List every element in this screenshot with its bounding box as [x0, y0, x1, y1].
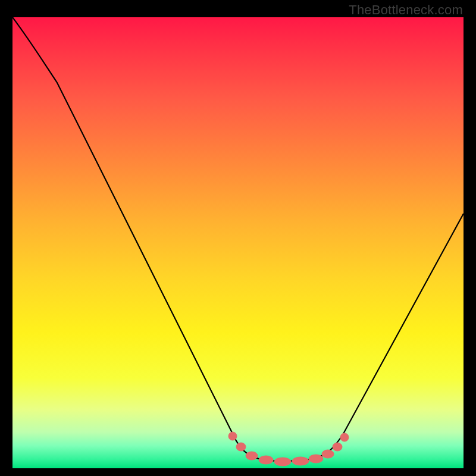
svg-point-5 — [292, 457, 309, 465]
svg-point-9 — [340, 433, 349, 441]
curve-layer — [12, 17, 464, 468]
chart-frame: TheBottleneck.com — [0, 0, 476, 476]
svg-point-4 — [274, 458, 291, 466]
plot-area — [12, 17, 464, 468]
svg-point-3 — [259, 456, 273, 464]
svg-point-7 — [322, 450, 334, 458]
svg-point-0 — [228, 432, 237, 440]
svg-point-8 — [333, 443, 342, 451]
watermark-text: TheBottleneck.com — [349, 2, 463, 18]
svg-point-6 — [309, 455, 323, 463]
bottleneck-curve — [12, 17, 464, 461]
svg-point-2 — [246, 452, 258, 460]
svg-point-1 — [236, 443, 246, 451]
